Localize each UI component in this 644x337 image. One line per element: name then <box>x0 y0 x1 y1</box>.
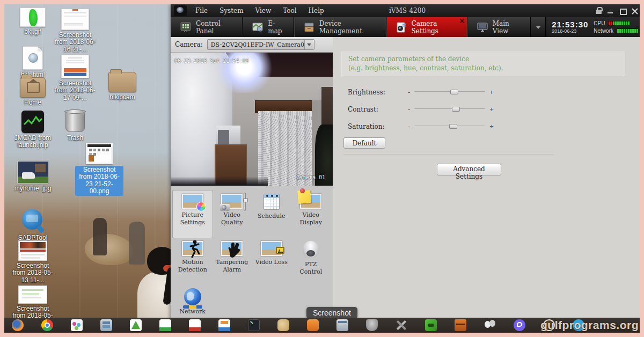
desktop-icon-trash[interactable]: Trash <box>52 108 99 142</box>
menu-file[interactable]: File <box>195 7 208 14</box>
camera-select-arrow[interactable] <box>304 40 314 49</box>
taskbar-icon-archive[interactable] <box>277 319 289 331</box>
desktop-icon-screenshot-0623-selected[interactable]: Screenshot from 2018-06-23 21-52-00.png <box>75 143 123 196</box>
menu-tool[interactable]: Tool <box>283 7 296 14</box>
saturation-slider[interactable] <box>414 124 485 129</box>
taskbar-icon-terminal[interactable] <box>248 319 260 331</box>
taskbar-icon-file-manager[interactable] <box>100 319 112 331</box>
taskbar-icon-software-center[interactable] <box>307 319 319 331</box>
wallpaper-dog <box>85 234 133 265</box>
default-button[interactable]: Default <box>343 137 385 149</box>
desktop-icon-bkj-gif[interactable]: bkj.gif <box>9 8 56 35</box>
cpu-label: CPU <box>594 20 605 26</box>
feature-motion-detection[interactable]: Motion Detection <box>173 238 213 285</box>
camera-select[interactable]: DS-2CV2Q01EFD-IW_Camera01 <box>207 39 314 50</box>
feature-video-loss[interactable]: Video Loss <box>252 238 291 285</box>
jmcad-app-icon <box>21 111 44 133</box>
feature-label: PTZ Control <box>294 261 327 276</box>
menu-view[interactable]: View <box>255 7 272 14</box>
contrast-slider-handle[interactable] <box>452 107 460 112</box>
tab-camera-settings[interactable]: Camera Settings <box>386 17 467 37</box>
desktop-icon-screenshot-0513[interactable]: Screenshot from 2018-05-13 11-... <box>9 240 56 284</box>
minus-icon[interactable]: - <box>408 122 410 130</box>
lock-icon[interactable] <box>596 10 602 14</box>
network-icon <box>184 288 201 305</box>
trash-icon <box>64 108 86 133</box>
feature-video-display[interactable]: Video Display <box>291 191 331 238</box>
maximize-button[interactable] <box>619 8 626 14</box>
taskbar-icon-libreoffice-calc[interactable] <box>159 319 171 331</box>
screenshot-thumbnail <box>86 143 113 164</box>
taskbar-icon-games[interactable] <box>425 319 437 331</box>
live-video-preview[interactable]: 06-23-2018 Sat 21:54:09 Camera 01 <box>171 53 333 186</box>
icon-label: Trash <box>52 135 99 142</box>
advanced-settings-button[interactable]: Advanced Settings <box>437 164 501 175</box>
icon-label-selected: Screenshot from 2018-06-23 21-52-00.png <box>75 166 123 196</box>
camera-selector-bar: Camera: DS-2CV2Q01EFD-IW_Camera01 <box>171 37 333 53</box>
screenshot-canvas: bkj.gif Screenshot from 2018-06-16 21-..… <box>0 0 644 337</box>
video-quality-icon <box>221 194 243 209</box>
minus-icon[interactable]: - <box>408 105 410 113</box>
taskbar-icon-balloons[interactable] <box>484 319 496 331</box>
network-label: Network <box>594 28 613 34</box>
picture-settings-panel: Set camera parameters of the device (e.g… <box>333 37 640 322</box>
contrast-slider[interactable] <box>414 107 485 112</box>
screenshot-thumbnail <box>18 240 47 261</box>
close-button[interactable] <box>632 8 639 14</box>
taskbar-icon-libreoffice-writer[interactable] <box>189 319 201 331</box>
saturation-slider-handle[interactable] <box>449 124 457 129</box>
taskbar-icon-camera-rig[interactable] <box>366 319 378 331</box>
desktop-icon-home[interactable]: Home <box>9 77 56 106</box>
taskbar-icon-package[interactable] <box>455 319 466 331</box>
brightness-slider-handle[interactable] <box>450 90 458 94</box>
plus-icon[interactable]: + <box>489 122 494 130</box>
video-loss-icon <box>261 241 282 256</box>
video-scene <box>171 177 268 186</box>
taskbar-icon-viber[interactable] <box>514 319 525 331</box>
tab-e-map[interactable]: E-map <box>243 17 294 37</box>
feature-video-quality[interactable]: Video Quality <box>213 191 252 238</box>
plus-icon[interactable]: + <box>489 88 494 96</box>
taskbar-icon-green-app[interactable] <box>130 319 142 331</box>
minus-icon[interactable]: - <box>408 88 410 96</box>
feature-ptz-control[interactable]: PTZ Control <box>291 238 331 285</box>
taskbar-icon-libreoffice-impress[interactable] <box>218 319 230 331</box>
tab-control-panel[interactable]: Control Panel <box>171 17 243 37</box>
desktop-icon-screenshot-0617[interactable]: Screenshot from 2018-06-17 09-... <box>52 55 99 101</box>
taskbar-icon-chrome[interactable] <box>41 319 53 331</box>
minimize-button[interactable] <box>607 8 614 14</box>
icon-label: Home <box>9 99 56 106</box>
feature-tampering-alarm[interactable]: Tampering Alarm <box>213 238 252 285</box>
taskbar-icon-gallery[interactable] <box>71 319 83 331</box>
taskbar-icon-tools[interactable] <box>396 319 407 331</box>
menu-help[interactable]: Help <box>309 7 324 14</box>
taskbar-icon-firefox[interactable] <box>12 319 24 331</box>
icon-label: bkj.gif <box>9 28 56 35</box>
desktop-icon-sadptool[interactable]: SADPTool <box>9 209 56 241</box>
desktop-icon-screenshot-0616[interactable]: Screenshot from 2018-06-16 21-... <box>52 9 99 53</box>
tab-close-icon[interactable] <box>459 18 465 24</box>
video-timestamp-overlay: 06-23-2018 Sat 21:54:09 <box>174 58 248 64</box>
brightness-label: Brightness: <box>348 89 408 96</box>
plus-icon[interactable]: + <box>489 105 494 113</box>
feature-picture-settings[interactable]: Picture Settings <box>173 191 213 238</box>
saturation-row: Saturation: - + <box>348 122 494 130</box>
menu-system[interactable]: System <box>219 7 243 14</box>
icon-label: Screenshot from 2018-06-17 09-... <box>52 80 99 101</box>
feature-label: Tampering Alarm <box>215 259 248 274</box>
desktop-icon-hikipcam[interactable]: hikipcam <box>99 72 146 101</box>
tab-main-view[interactable]: Main View <box>467 17 531 37</box>
tab-label: Device Management <box>319 20 377 35</box>
desktop-icon-myhome-jpg[interactable]: myhome. jpg <box>9 161 56 192</box>
toolbar-dropdown-button[interactable] <box>531 17 546 37</box>
tab-device-management[interactable]: Device Management <box>294 17 386 37</box>
html-file-thumbnail <box>23 46 43 70</box>
clock-time: 21:53:30 <box>552 20 588 28</box>
ptz-control-icon <box>303 241 319 258</box>
desktop-icon-bkk-html[interactable]: bkk.html <box>9 46 56 78</box>
desktop-icon-jmcad[interactable]: JMCAD from launch.jnlp <box>9 111 56 149</box>
brightness-slider[interactable] <box>414 90 485 94</box>
feature-schedule[interactable]: Schedule <box>252 191 291 238</box>
taskbar-icon-window-app[interactable] <box>336 319 348 331</box>
chevron-down-icon <box>536 26 541 29</box>
